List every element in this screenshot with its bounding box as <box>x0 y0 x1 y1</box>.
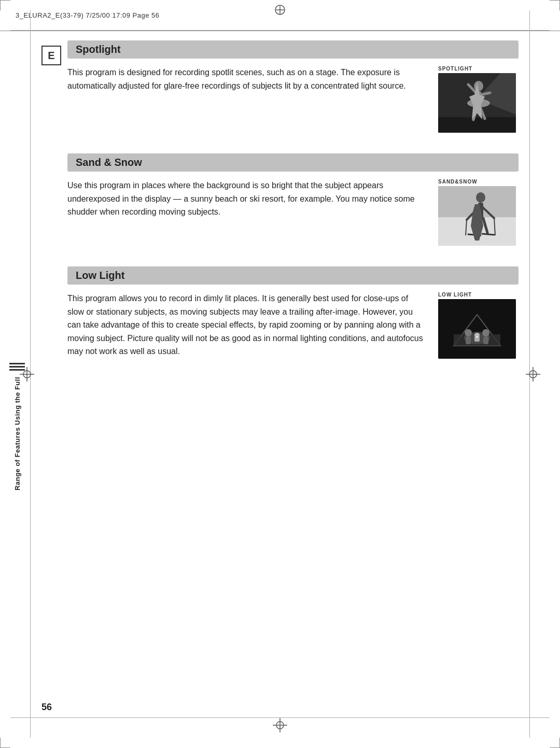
low-light-body: This program allows you to record in dim… <box>67 292 426 358</box>
section-header-spotlight: Spotlight <box>67 40 519 59</box>
svg-point-45 <box>476 336 478 338</box>
crosshair-bottom <box>273 718 287 732</box>
svg-point-17 <box>467 99 490 107</box>
svg-rect-35 <box>438 299 516 359</box>
sidebar-line-2 <box>9 366 25 368</box>
page: 3_ELURA2_E(33-79) 7/25/00 17:09 Page 56 … <box>0 0 560 748</box>
spotlight-body: This program is designed for recording s… <box>67 66 426 92</box>
page-number: 56 <box>41 702 52 713</box>
svg-point-15 <box>474 81 483 91</box>
svg-line-31 <box>475 218 480 234</box>
sidebar-line-1 <box>9 363 25 364</box>
section-header-sand-snow: Sand & Snow <box>67 153 519 172</box>
spotlight-title: Spotlight <box>76 44 121 55</box>
low-light-image <box>438 299 516 359</box>
sidebar-line2: Range of Features <box>13 427 21 490</box>
svg-rect-42 <box>483 336 488 344</box>
spotlight-image-label: SPOTLIGHT <box>438 66 472 72</box>
low-light-title: Low Light <box>76 270 124 281</box>
section-sand-snow: Sand & Snow Use this program in places w… <box>67 153 519 246</box>
sidebar-line1: Using the Full <box>13 377 21 425</box>
svg-line-34 <box>482 234 494 235</box>
svg-point-44 <box>474 333 480 336</box>
low-light-row: This program allows you to record in dim… <box>67 292 519 359</box>
svg-point-41 <box>482 329 489 336</box>
header-text: 3_ELURA2_E(33-79) 7/25/00 17:09 Page 56 <box>16 11 160 19</box>
border-top <box>10 30 550 31</box>
svg-rect-23 <box>438 186 516 217</box>
crosshair-right <box>526 367 540 382</box>
crop-mark-bl-v <box>0 738 1 748</box>
svg-rect-16 <box>476 91 481 106</box>
e-badge: E <box>41 46 61 65</box>
svg-line-33 <box>468 234 481 235</box>
main-content: Spotlight This program is designed for r… <box>67 40 519 375</box>
section-header-low-light: Low Light <box>67 266 519 285</box>
spotlight-row: This program is designed for recording s… <box>67 66 519 133</box>
sidebar-text-container: Using the Full Range of Features <box>9 363 25 490</box>
svg-point-25 <box>476 192 485 203</box>
sidebar-lines <box>9 363 25 371</box>
svg-rect-14 <box>438 117 516 133</box>
sand-snow-image-box: SAND&SNOW <box>438 179 519 246</box>
svg-rect-40 <box>466 336 471 344</box>
sand-snow-body: Use this program in places where the bac… <box>67 179 426 219</box>
sand-snow-title: Sand & Snow <box>76 157 142 168</box>
spotlight-image <box>438 73 516 133</box>
low-light-image-label: LOW LIGHT <box>438 292 472 298</box>
svg-point-39 <box>465 329 472 336</box>
sand-snow-row: Use this program in places where the bac… <box>67 179 519 246</box>
section-spotlight: Spotlight This program is designed for r… <box>67 40 519 133</box>
sand-snow-image <box>438 186 516 246</box>
header-bar: 3_ELURA2_E(33-79) 7/25/00 17:09 Page 56 <box>0 0 560 31</box>
sidebar-line-3 <box>9 369 25 371</box>
sand-snow-image-label: SAND&SNOW <box>438 179 478 185</box>
spotlight-image-box: SPOTLIGHT <box>438 66 519 133</box>
low-light-image-box: LOW LIGHT <box>438 292 519 359</box>
svg-rect-26 <box>478 203 483 218</box>
svg-rect-24 <box>438 217 516 246</box>
section-low-light: Low Light This program allows you to rec… <box>67 266 519 359</box>
